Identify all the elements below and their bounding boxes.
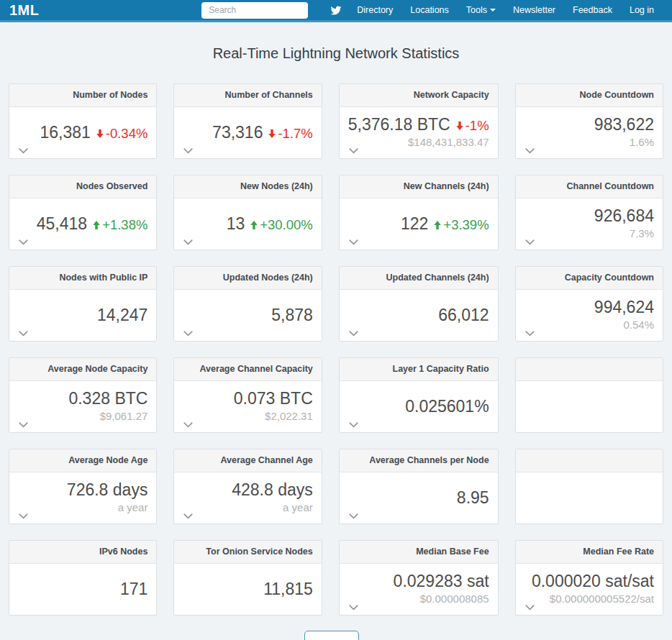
stat-card-title: Channel Countdown bbox=[566, 181, 654, 191]
chevron-down-icon[interactable] bbox=[349, 331, 359, 337]
stat-card-title: New Nodes (24h) bbox=[240, 181, 313, 191]
stat-card-header: Layer 1 Capacity Ratio bbox=[340, 358, 498, 381]
stat-card-header bbox=[516, 358, 663, 381]
nav-link-login[interactable]: Log in bbox=[621, 5, 663, 15]
stat-change-text: -0.34% bbox=[106, 127, 148, 141]
chevron-down-icon[interactable] bbox=[349, 239, 359, 246]
stat-value-row: 73,316 -1.7% bbox=[212, 124, 313, 142]
stat-card: Nodes with Public IP 14,247 bbox=[9, 266, 157, 342]
stat-card-title: Node Countdown bbox=[580, 90, 654, 100]
stat-value: 45,418 bbox=[37, 215, 87, 233]
nav-link-newsletter[interactable]: Newsletter bbox=[504, 5, 564, 15]
stat-card: Number of Channels 73,316 -1.7% bbox=[173, 83, 322, 159]
stat-card-body: 13 +30.00% bbox=[174, 198, 321, 250]
stat-value: 171 bbox=[120, 580, 147, 598]
chevron-down-icon[interactable] bbox=[525, 605, 535, 611]
chevron-down-icon[interactable] bbox=[525, 239, 535, 246]
stat-card-header: Nodes with Public IP bbox=[9, 267, 156, 290]
chevron-down-icon[interactable] bbox=[19, 148, 29, 155]
stat-card bbox=[515, 357, 663, 433]
stat-card: Tor Onion Service Nodes 11,815 bbox=[173, 540, 322, 616]
chevron-down-icon[interactable] bbox=[349, 422, 359, 429]
stat-card: Node Countdown 983,622 1.6% bbox=[515, 83, 663, 159]
change-arrow-icon bbox=[92, 220, 101, 230]
stat-card-body: 926,684 7.3% bbox=[516, 198, 663, 250]
stat-card: New Channels (24h) 122 +3.39% bbox=[339, 175, 499, 250]
stat-card-title: Nodes with Public IP bbox=[59, 273, 147, 283]
stat-card-header: Median Base Fee bbox=[340, 541, 498, 564]
stat-value-row: 0.328 BTC bbox=[68, 390, 147, 408]
change-arrow-icon bbox=[455, 121, 464, 131]
stat-card-header: Node Countdown bbox=[516, 84, 663, 107]
chevron-down-icon[interactable] bbox=[183, 239, 194, 246]
stat-card-header: Channel Countdown bbox=[516, 175, 663, 198]
stat-card: Number of Nodes 16,381 -0.34% bbox=[9, 83, 157, 159]
stat-card-title: Updated Channels (24h) bbox=[386, 273, 489, 283]
chevron-down-icon[interactable] bbox=[183, 422, 194, 429]
chevron-down-icon[interactable] bbox=[183, 513, 194, 520]
chevron-down-icon[interactable] bbox=[349, 148, 359, 155]
brand-logo[interactable]: 1ML bbox=[9, 2, 40, 19]
stat-card-title: Average Node Age bbox=[68, 455, 147, 465]
stat-change-text: +30.00% bbox=[260, 218, 313, 232]
stat-change: -0.34% bbox=[96, 127, 148, 141]
stat-change-text: +1.38% bbox=[102, 218, 147, 232]
stat-card-header: Average Channel Capacity bbox=[174, 358, 321, 381]
nav-link-feedback[interactable]: Feedback bbox=[564, 5, 621, 15]
chevron-down-icon[interactable] bbox=[525, 148, 535, 155]
stat-card-header: New Nodes (24h) bbox=[174, 175, 321, 198]
nav-link-tools[interactable]: Tools bbox=[458, 5, 504, 15]
stat-secondary-value: $0.000008085 bbox=[420, 592, 489, 606]
stat-value: 73,316 bbox=[212, 124, 263, 142]
stat-value-row: 0.025601% bbox=[405, 398, 489, 416]
stat-card-body: 66,012 bbox=[340, 290, 498, 341]
chevron-down-icon[interactable] bbox=[183, 148, 194, 155]
stat-change: +3.39% bbox=[433, 218, 489, 232]
change-arrow-icon bbox=[268, 129, 276, 139]
stat-secondary-value: 7.3% bbox=[630, 227, 654, 241]
stat-card-body: 0.073 BTC $2,022.31 bbox=[174, 381, 321, 432]
stat-card-title: Nodes Observed bbox=[76, 181, 147, 191]
stat-value-row: 5,878 bbox=[271, 306, 313, 324]
stat-card-body: 0.029283 sat $0.000008085 bbox=[340, 564, 498, 615]
chevron-down-icon[interactable] bbox=[19, 331, 29, 337]
twitter-icon[interactable] bbox=[330, 5, 342, 16]
stat-value: 0.328 BTC bbox=[68, 390, 147, 408]
stat-card-body: 45,418 +1.38% bbox=[9, 198, 156, 250]
stat-card: Channel Countdown 926,684 7.3% bbox=[515, 175, 663, 250]
stat-change: +1.38% bbox=[92, 218, 147, 232]
stat-card-title: Number of Nodes bbox=[73, 90, 147, 100]
chevron-down-icon[interactable] bbox=[19, 513, 29, 520]
stat-card-header: Updated Nodes (24h) bbox=[174, 267, 321, 290]
nav-link-directory[interactable]: Directory bbox=[348, 5, 401, 15]
stat-value: 8.95 bbox=[457, 489, 489, 507]
stat-card-title: Tor Onion Service Nodes bbox=[206, 547, 312, 557]
search-input[interactable] bbox=[201, 2, 308, 19]
stat-card: Average Channel Age 428.8 days a year bbox=[173, 449, 322, 524]
stat-card-header: Average Node Age bbox=[9, 449, 156, 472]
stat-card: Updated Channels (24h) 66,012 bbox=[339, 266, 499, 342]
stat-value: 0.029283 sat bbox=[394, 572, 489, 590]
change-arrow-icon bbox=[96, 129, 104, 139]
stat-value: 926,684 bbox=[594, 207, 654, 225]
stat-card-title: New Channels (24h) bbox=[404, 181, 489, 191]
chevron-down-icon[interactable] bbox=[19, 239, 29, 246]
stat-card-header: New Channels (24h) bbox=[340, 175, 498, 198]
stat-card-body: 428.8 days a year bbox=[174, 472, 321, 524]
bottom-partial-button[interactable] bbox=[304, 631, 359, 640]
stat-card-title: Number of Channels bbox=[225, 90, 313, 100]
chevron-down-icon[interactable] bbox=[19, 422, 29, 429]
stat-card-body: 8.95 bbox=[340, 472, 498, 524]
chevron-down-icon[interactable] bbox=[525, 331, 535, 337]
chevron-down-icon[interactable] bbox=[349, 605, 359, 611]
chevron-down-icon[interactable] bbox=[183, 331, 194, 337]
nav-link-locations[interactable]: Locations bbox=[401, 5, 458, 15]
stat-value-row: 13 +30.00% bbox=[227, 215, 313, 233]
stat-card-body: 5,376.18 BTC -1% $148,431,833.47 bbox=[340, 107, 498, 158]
stat-value-row: 5,376.18 BTC -1% bbox=[348, 116, 489, 134]
stat-card: Updated Nodes (24h) 5,878 bbox=[173, 266, 322, 342]
chevron-down-icon[interactable] bbox=[349, 513, 359, 520]
stat-card: Network Capacity 5,376.18 BTC -1% $148,4… bbox=[339, 83, 499, 159]
stat-value-row: 726.8 days bbox=[67, 481, 148, 499]
stat-value: 16,381 bbox=[40, 124, 90, 142]
